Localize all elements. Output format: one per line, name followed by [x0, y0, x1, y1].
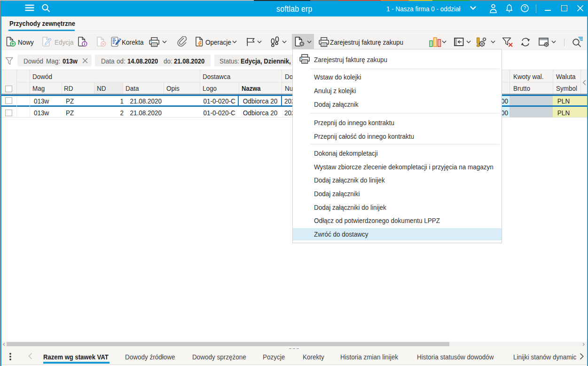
svg-text:?: ? — [524, 5, 526, 11]
